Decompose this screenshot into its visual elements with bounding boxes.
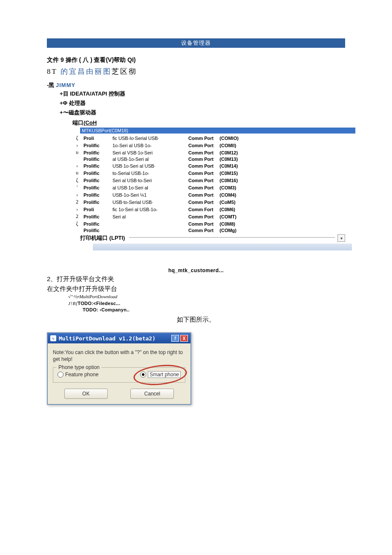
port-row[interactable]: 2ProlificSeri alComm Port(COMT)	[72, 213, 240, 220]
row-code: (COMll)	[215, 142, 240, 149]
divider-line	[129, 237, 335, 238]
step2-line2: 在文件夹中打开升级平台	[47, 284, 345, 294]
row-commport: Comm Port	[187, 142, 215, 149]
row-mid: Seri al	[111, 213, 187, 220]
printer-port-row[interactable]: 打印机端口 (LPTI) ▾	[80, 234, 345, 242]
tree-item-label: +目 IDEATA/ATAPI 控制器	[60, 90, 125, 97]
tree-root-label: -黑 JIMMY	[47, 81, 345, 89]
row-brand: Prolific	[82, 191, 111, 198]
row-code: (C0M16)	[215, 177, 240, 184]
radio-icon	[58, 372, 63, 378]
row-glyph	[72, 156, 82, 162]
tree-root-black: 黑	[49, 82, 56, 88]
tree-item[interactable]: +〜磁盘驱动器	[60, 108, 345, 117]
row-glyph: ›	[72, 206, 82, 213]
radio-feature-phone[interactable]: Feature phone	[58, 372, 98, 378]
printer-port-label: 打印机端口 (LPTI)	[80, 234, 125, 242]
dialog-help-button[interactable]: ?	[171, 335, 179, 342]
row-brand: Prolific	[82, 220, 111, 227]
port-row[interactable]: υProlificSeri al VSB·1o·SeriComm Port(C0…	[72, 149, 240, 156]
ports-label: 端口	[72, 119, 84, 126]
row-mid: fic 1o·Seri al USB-1o-	[111, 206, 187, 213]
row-code: (CoM5)	[215, 198, 240, 206]
dialog-title: MultiPortDownload v1.2(beta2)	[59, 335, 156, 342]
ok-button[interactable]: OK	[64, 389, 108, 399]
row-commport: Comm Port	[187, 156, 215, 162]
row-brand: Prolific	[82, 162, 111, 169]
row-mid: USB-1o-Seri ¼1	[111, 191, 187, 198]
row-glyph: 2	[72, 213, 82, 220]
row-code: (COMg)	[215, 227, 240, 233]
port-row[interactable]: ›Prolific 1o·Seri al USB-1o-Comm Fort(C0…	[72, 206, 240, 213]
ports-heading[interactable]: 端口(CoH	[72, 119, 345, 127]
row-code: (C0M13)	[215, 156, 240, 162]
radio-label: Smart phone	[148, 371, 181, 378]
row-code: (C0M12)	[215, 149, 240, 156]
row-code: (COMlO)	[215, 134, 240, 142]
port-row[interactable]: ›ProlificUSB·1o·Seri al USB·Comm Port(C0…	[72, 162, 240, 169]
row-mid: 1o-Seri al USB·1o-	[111, 142, 187, 149]
port-row[interactable]: 'Prolifical USB·1o·Seri alComm Port(COM3…	[72, 184, 240, 191]
serif-blue: 的宜昌由丽图	[61, 67, 112, 76]
row-commport: Comm Port	[187, 227, 215, 233]
tree-item-label: +Φ 处理器	[60, 100, 86, 106]
todo-company: TODO: ‹Companyn..	[83, 307, 345, 313]
port-row[interactable]: ProlificComm Port(COMg)	[72, 227, 240, 233]
row-brand: Prolific	[82, 156, 111, 162]
subinfo-block: √"·½rMultiPortDownload J!BſTODO:<Filedes…	[68, 293, 345, 313]
row-glyph: ζ	[72, 177, 82, 184]
todo-filedesc: TODO:<Filedesc...	[78, 301, 120, 306]
gradient-strip	[93, 244, 352, 250]
pencil-icon: ✎	[50, 335, 56, 341]
hq-mtk-text: hq_mtk_customerd...	[47, 267, 345, 273]
row-commport: Comm Port	[187, 184, 215, 191]
row-brand: Prolific	[82, 198, 111, 206]
row-brand: Proli	[82, 134, 111, 142]
row-glyph: ›	[72, 162, 82, 169]
row-mid: USB·1o·Seri al USB·	[111, 162, 187, 169]
ports-coh: (CoH	[84, 119, 97, 126]
tree-item[interactable]: +目 IDEATA/ATAPI 控制器	[60, 89, 345, 99]
scroll-down-button[interactable]: ▾	[337, 234, 345, 242]
port-row[interactable]: ζProlificComm Port(C0M8)	[72, 220, 240, 227]
row-glyph: ζ	[72, 220, 82, 227]
tree-item[interactable]: +Φ 处理器	[60, 99, 345, 108]
fieldset-legend: Phone type option	[57, 364, 101, 370]
port-row[interactable]: υProlificto-Serial USB-1o-Comm Port(C0M1…	[72, 169, 240, 177]
port-row[interactable]: 2ProlificUSB·to-Serial USB·Comm Port(CoM…	[72, 198, 240, 206]
row-code: (COM4)	[215, 191, 240, 198]
row-commport: Comm Port	[187, 198, 215, 206]
row-brand: Prolific	[82, 184, 111, 191]
row-code: (C0M14)	[215, 162, 240, 169]
port-row[interactable]: ›ProlificUSB-1o-Seri ¼1Comm Port(COM4)	[72, 191, 240, 198]
selected-port-row[interactable]: MTKUSBPort(C0M18)	[80, 128, 355, 134]
row-commport: Comm Port	[187, 162, 215, 169]
menu-line: 文件 9 操作 ( 八 ) 查看(V)帮助 QI)	[47, 56, 345, 64]
serif-prefix: 8T	[47, 67, 61, 76]
row-commport: Comm Port	[187, 213, 215, 220]
row-glyph: υ	[72, 169, 82, 177]
port-list: ζProlific USB-Io·Serial USB·Comm Port(CO…	[72, 134, 240, 233]
row-brand: Prolific	[82, 169, 111, 177]
row-brand: Prolific	[82, 142, 111, 149]
device-manager-titlebar: 设备管理器	[47, 38, 345, 48]
row-brand: Prolific	[82, 149, 111, 156]
row-brand: Proli	[82, 206, 111, 213]
tree-root-jimmy: JIMMY	[56, 82, 75, 88]
row-commport: Comm Port	[187, 191, 215, 198]
port-row[interactable]: ζProlific USB-Io·Serial USB·Comm Port(CO…	[72, 134, 240, 142]
port-row[interactable]: ›Prolific1o-Seri al USB·1o-Comm Port(COM…	[72, 142, 240, 149]
dialog-close-button[interactable]: X	[180, 335, 188, 342]
port-row[interactable]: Prolifical USB-1o-Seri alComm Port(C0M13…	[72, 156, 240, 162]
row-commport: Comm Fort	[187, 206, 215, 213]
row-code: (C0M8)	[215, 220, 240, 227]
port-row[interactable]: ζProlificSeri al USB·to-SeriComm Port(C0…	[72, 177, 240, 184]
row-commport: Comm Port	[187, 220, 215, 227]
row-commport: Comm Port	[187, 177, 215, 184]
row-mid: fic USB-Io·Serial USB·	[111, 134, 187, 142]
cancel-button[interactable]: Cancel	[130, 389, 174, 399]
row-glyph: ›	[72, 191, 82, 198]
dialog-titlebar[interactable]: ✎ MultiPortDownload v1.2(beta2) ? X	[48, 333, 190, 343]
radio-smart-phone[interactable]: Smart phone	[140, 371, 181, 378]
row-glyph: ›	[72, 142, 82, 149]
